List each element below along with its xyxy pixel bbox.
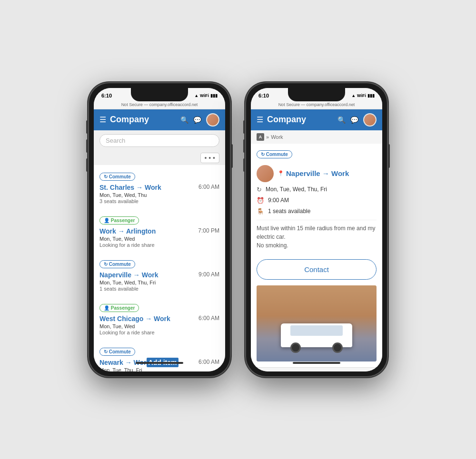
refresh-icon: ↻ <box>257 186 262 193</box>
ride-route: West Chicago → Work 6:00 AM <box>99 315 219 322</box>
volume-up-button <box>243 120 245 134</box>
header-right: 🔍 💬 <box>337 113 377 127</box>
url-bar: Not Secure — company.officeaccord.net <box>251 101 382 109</box>
ride-item[interactable]: ↻ Commute Naperville → Work 9:00 AM Mon,… <box>94 254 225 296</box>
volume-up-button <box>86 120 88 134</box>
search-area: Search <box>94 130 225 151</box>
detail-description: Must live within 15 mile radius from me … <box>257 220 377 254</box>
status-time: 6:10 <box>258 93 269 98</box>
detail-seats: 1 seats available <box>268 208 310 215</box>
ride-info: 3 seats available <box>99 198 219 204</box>
detail-days: Mon, Tue, Wed, Thu, Fri <box>266 186 327 193</box>
battery-icon: ▮▮▮ <box>367 93 375 98</box>
notch <box>131 88 188 101</box>
ride-time: 6:00 AM <box>198 315 219 322</box>
contact-button[interactable]: Contact <box>257 259 377 280</box>
ride-route: Naperville → Work 9:00 AM <box>99 271 219 279</box>
app-logo: A <box>257 133 264 141</box>
ride-info: 1 seats available <box>99 286 219 292</box>
commute-badge: ↻ Commute <box>99 260 135 268</box>
detail-content: ↻ Commute 📍 Naperville → Work <box>251 144 382 371</box>
ride-time: 9:00 AM <box>198 271 219 278</box>
battery-icon: ▮▮▮ <box>210 93 218 98</box>
power-button <box>388 144 390 168</box>
user-avatar-detail <box>257 165 274 182</box>
volume-down-button <box>86 139 88 153</box>
user-avatar[interactable] <box>363 113 377 127</box>
status-icons: ▲ WiFi ▮▮▮ <box>194 93 218 98</box>
url-bar: Not Secure — company.officeaccord.net <box>94 101 225 109</box>
home-indicator <box>136 362 183 364</box>
breadcrumb: A » Work <box>251 130 382 144</box>
ride-item[interactable]: ↻ Commute St. Charles → Work 6:00 AM Mon… <box>94 167 225 209</box>
menu-icon[interactable]: ☰ <box>257 115 263 124</box>
power-button <box>231 144 233 168</box>
wifi-icon: WiFi <box>200 93 209 98</box>
ride-days: Mon, Tue, Thu, Fri <box>99 367 219 371</box>
user-avatar[interactable] <box>206 113 219 127</box>
signal-icon: ▲ <box>351 93 356 98</box>
route-title: Work → Arlington <box>99 227 156 235</box>
breadcrumb-separator: » <box>266 134 269 140</box>
right-phone: 6:10 ▲ WiFi ▮▮▮ Not Secure — company.off… <box>245 82 388 377</box>
detail-footer: 6 views Share Report <box>251 367 382 371</box>
ride-item[interactable]: 👤 Passenger Work → Arlington 7:00 PM Mon… <box>94 211 225 253</box>
passenger-badge: 👤 Passenger <box>99 216 139 225</box>
app-title: Company <box>267 115 306 125</box>
ride-time: 7:00 PM <box>198 227 219 234</box>
app-title: Company <box>110 115 149 125</box>
header-right: 🔍 💬 <box>180 113 219 127</box>
left-phone-screen: 6:10 ▲ WiFi ▮▮▮ Not Secure — company.off… <box>94 88 225 371</box>
ride-info: Looking for a ride share <box>99 242 219 248</box>
search-icon[interactable]: 🔍 <box>180 116 188 124</box>
detail-route-title: Naperville → Work <box>286 169 349 177</box>
breadcrumb-page: Work <box>271 134 283 140</box>
car-image <box>257 285 377 361</box>
detail-route: 📍 Naperville → Work <box>257 165 377 182</box>
detail-time: 9:00 AM <box>268 197 289 204</box>
right-phone-screen: 6:10 ▲ WiFi ▮▮▮ Not Secure — company.off… <box>251 88 382 371</box>
ride-route: Work → Arlington 7:00 PM <box>99 227 219 235</box>
chat-icon[interactable]: 💬 <box>350 116 358 124</box>
ride-time: 6:00 AM <box>198 184 219 190</box>
ride-route: St. Charles → Work 6:00 AM <box>99 184 219 191</box>
ride-item[interactable]: 👤 Passenger West Chicago → Work 6:00 AM … <box>94 298 225 340</box>
ride-days: Mon, Tue, Wed, Thu <box>99 192 219 198</box>
more-options-button[interactable]: • • • <box>200 153 219 163</box>
seat-icon: 🪑 <box>257 208 264 215</box>
notch <box>288 88 345 101</box>
mute-button <box>243 158 245 172</box>
detail-seats-row: 🪑 1 seats available <box>257 208 377 215</box>
detail-view: ↻ Commute 📍 Naperville → Work <box>251 144 382 367</box>
wifi-icon: WiFi <box>357 93 366 98</box>
status-time: 6:10 <box>101 93 112 98</box>
left-phone: 6:10 ▲ WiFi ▮▮▮ Not Secure — company.off… <box>88 82 231 377</box>
ride-days: Mon, Tue, Wed, Thu, Fri <box>99 280 219 285</box>
search-icon[interactable]: 🔍 <box>337 116 346 124</box>
status-icons: ▲ WiFi ▮▮▮ <box>351 93 375 98</box>
ride-item-with-add: ↻ Commute Newark → WorAdd item 6:00 AM M… <box>94 342 225 371</box>
ride-list: ↻ Commute St. Charles → Work 6:00 AM Mon… <box>94 165 225 371</box>
menu-icon[interactable]: ☰ <box>99 115 106 124</box>
chat-icon[interactable]: 💬 <box>193 116 201 124</box>
volume-down-button <box>243 139 245 153</box>
route-title: Naperville → Work <box>99 271 158 279</box>
ride-days: Mon, Tue, Wed <box>99 236 219 242</box>
left-phone-frame: 6:10 ▲ WiFi ▮▮▮ Not Secure — company.off… <box>88 82 231 377</box>
passenger-badge: 👤 Passenger <box>99 304 139 312</box>
route-title: St. Charles → Work <box>99 184 161 191</box>
signal-icon: ▲ <box>194 93 198 98</box>
ride-days: Mon, Tue, Wed <box>99 323 219 329</box>
mute-button <box>86 158 88 172</box>
clock-icon: ⏰ <box>257 197 264 204</box>
commute-badge: ↻ Commute <box>99 348 135 356</box>
commute-badge: ↻ Commute <box>99 173 135 181</box>
detail-days-row: ↻ Mon, Tue, Wed, Thu, Fri <box>257 186 377 193</box>
header-left: ☰ Company <box>99 115 149 125</box>
detail-commute-badge: ↻ Commute <box>257 150 292 158</box>
detail-time-row: ⏰ 9:00 AM <box>257 197 377 204</box>
home-indicator <box>293 362 340 364</box>
search-input[interactable]: Search <box>99 134 219 147</box>
app-header: ☰ Company 🔍 💬 <box>94 109 225 130</box>
app-header: ☰ Company 🔍 💬 <box>251 109 382 130</box>
